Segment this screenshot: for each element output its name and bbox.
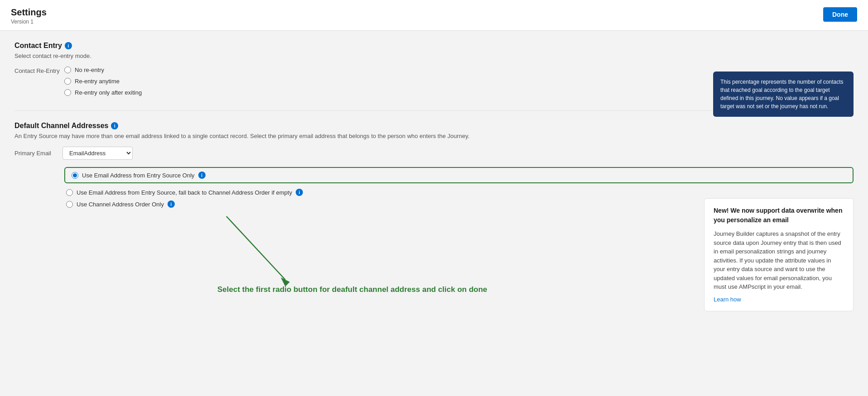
contact-entry-title: Contact Entry i [14,42,854,50]
default-channel-title: Default Channel Addresses i [14,122,854,130]
feature-box-body: Journey Builder captures a snapshot of t… [714,229,844,291]
reentry-options: No re-entry Re-entry anytime Re-entry on… [64,67,142,96]
feature-box: New! We now support data overwrite when … [704,198,854,311]
feature-box-learn-link[interactable]: Learn how [714,295,741,304]
tooltip-text: This percentage represents the number of… [720,79,843,110]
contact-entry-info-icon[interactable]: i [65,42,72,49]
reentry-label-no-reentry: No re-entry [75,67,104,73]
annotation-text: Select the first radio button for deaful… [217,284,487,295]
reentry-label-anytime: Re-entry anytime [75,78,120,85]
reentry-option-anytime[interactable]: Re-entry anytime [64,78,142,85]
page-title: Settings [11,7,47,18]
reentry-radio-anytime[interactable] [64,78,71,85]
contact-entry-desc: Select contact re-entry mode. [14,52,854,59]
header: Settings Version 1 Done [0,0,868,31]
entry-source-only-info-icon[interactable]: i [198,172,206,179]
radio-entry-source-only[interactable] [72,172,78,179]
page-version: Version 1 [11,19,47,25]
reentry-option-no-reentry[interactable]: No re-entry [64,67,142,73]
reentry-radio-after-exit[interactable] [64,89,71,96]
radio-channel-order-only[interactable] [66,201,73,208]
label-channel-order-only: Use Channel Address Order Only [77,201,164,208]
goal-tooltip: This percentage represents the number of… [713,72,854,117]
feature-box-title: New! We now support data overwrite when … [714,206,844,225]
radio-entry-source-fallback-row[interactable]: Use Email Address from Entry Source, fal… [66,189,854,196]
reentry-option-after-exit[interactable]: Re-entry only after exiting [64,89,142,96]
svg-line-0 [226,216,285,280]
entry-source-fallback-info-icon[interactable]: i [296,189,303,196]
default-channel-desc: An Entry Source may have more than one e… [14,133,854,139]
primary-email-row: Primary Email EmailAddress SecondaryEmai… [14,147,854,160]
page-wrapper: Settings Version 1 Done This percentage … [0,0,868,396]
reentry-label-after-exit: Re-entry only after exiting [75,89,142,96]
reentry-label: Contact Re-Entry [14,67,64,74]
label-entry-source-only: Use Email Address from Entry Source Only [82,172,195,179]
done-button[interactable]: Done [823,7,857,22]
default-channel-info-icon[interactable]: i [111,122,118,129]
label-entry-source-fallback: Use Email Address from Entry Source, fal… [77,189,292,196]
default-channel-section: Default Channel Addresses i An Entry Sou… [14,122,854,208]
reentry-radio-no-reentry[interactable] [64,67,71,73]
primary-email-label: Primary Email [14,150,55,157]
radio-entry-source-fallback[interactable] [66,189,73,196]
header-left: Settings Version 1 [11,7,47,25]
highlighted-radio-container: Use Email Address from Entry Source Only… [64,167,854,183]
annotation-arrow [172,189,353,334]
primary-email-select[interactable]: EmailAddress SecondaryEmail WorkEmail [62,147,133,160]
main-content: This percentage represents the number of… [0,31,868,233]
channel-order-only-info-icon[interactable]: i [168,200,175,208]
